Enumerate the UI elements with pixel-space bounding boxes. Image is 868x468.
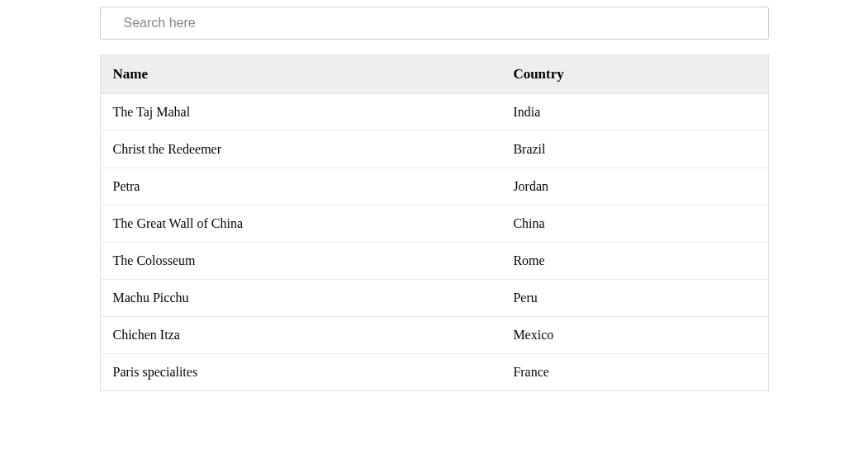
table-row: Machu Picchu Peru bbox=[100, 280, 768, 317]
cell-country: Jordan bbox=[500, 168, 768, 206]
cell-country: Brazil bbox=[500, 131, 768, 168]
cell-country: China bbox=[500, 206, 768, 243]
column-header-country: Country bbox=[500, 55, 768, 94]
table-row: Petra Jordan bbox=[100, 168, 768, 206]
cell-name: Machu Picchu bbox=[100, 280, 500, 317]
cell-name: The Colosseum bbox=[100, 243, 500, 280]
table-row: The Great Wall of China China bbox=[100, 206, 768, 243]
table-row: Paris specialites France bbox=[100, 354, 768, 391]
column-header-name: Name bbox=[100, 55, 500, 94]
cell-name: Paris specialites bbox=[100, 354, 500, 391]
cell-country: Rome bbox=[500, 243, 768, 280]
cell-country: Peru bbox=[500, 280, 768, 317]
table-row: The Taj Mahal India bbox=[100, 94, 768, 131]
cell-country: India bbox=[500, 94, 768, 131]
search-input[interactable] bbox=[100, 7, 769, 40]
cell-country: Mexico bbox=[500, 317, 768, 354]
wonders-table: Name Country The Taj Mahal India Christ … bbox=[100, 54, 769, 391]
table-row: Christ the Redeemer Brazil bbox=[100, 131, 768, 168]
cell-country: France bbox=[500, 354, 768, 391]
table-row: The Colosseum Rome bbox=[100, 243, 768, 280]
table-header-row: Name Country bbox=[100, 55, 768, 94]
table-row: Chichen Itza Mexico bbox=[100, 317, 768, 354]
cell-name: Chichen Itza bbox=[100, 317, 500, 354]
cell-name: The Taj Mahal bbox=[100, 94, 500, 131]
cell-name: Christ the Redeemer bbox=[100, 131, 500, 168]
main-container: Name Country The Taj Mahal India Christ … bbox=[100, 0, 769, 391]
cell-name: The Great Wall of China bbox=[100, 206, 500, 243]
cell-name: Petra bbox=[100, 168, 500, 206]
